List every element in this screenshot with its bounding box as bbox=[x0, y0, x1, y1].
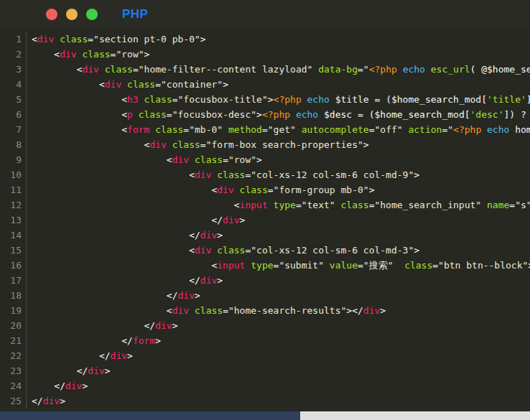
code-text: <div class="row"> bbox=[27, 152, 262, 167]
code-line[interactable]: 3 <div class="home-filter--content lazyl… bbox=[0, 62, 530, 77]
code-text: <div class="row"> bbox=[27, 47, 149, 62]
close-button[interactable] bbox=[46, 9, 57, 20]
code-line[interactable]: 8 <div class="form-box search-properties… bbox=[0, 137, 530, 152]
horizontal-scrollbar[interactable] bbox=[0, 411, 530, 420]
line-number: 10 bbox=[0, 167, 27, 182]
line-number: 13 bbox=[0, 213, 27, 228]
line-number: 11 bbox=[0, 182, 27, 197]
code-line[interactable]: 14 </div> bbox=[0, 228, 530, 243]
code-text: <div class="form-box search-properties"> bbox=[27, 137, 369, 152]
code-text: <h3 class="focusbox-title"><?php echo $t… bbox=[27, 92, 530, 107]
code-text: </form> bbox=[27, 333, 161, 348]
code-line[interactable]: 4 <div class="container"> bbox=[0, 77, 530, 92]
code-text: <div class="col-xs-12 col-sm-6 col-md-3"… bbox=[27, 243, 419, 258]
titlebar: PHP bbox=[0, 0, 530, 29]
line-number: 19 bbox=[0, 303, 27, 318]
code-line[interactable]: 5 <h3 class="focusbox-title"><?php echo … bbox=[0, 92, 530, 107]
line-number: 8 bbox=[0, 137, 27, 152]
code-line[interactable]: 17 </div> bbox=[0, 273, 530, 288]
line-number: 4 bbox=[0, 77, 27, 92]
code-line[interactable]: 7 <form class="mb-0" method="get" autoco… bbox=[0, 122, 530, 137]
code-line[interactable]: 23 </div> bbox=[0, 363, 530, 378]
line-number: 20 bbox=[0, 318, 27, 333]
code-line[interactable]: 22 </div> bbox=[0, 348, 530, 363]
code-line[interactable]: 16 <input type="submit" value="搜索" class… bbox=[0, 258, 530, 273]
code-line[interactable]: 1<div class="section pt-0 pb-0"> bbox=[0, 32, 530, 47]
line-number: 9 bbox=[0, 152, 27, 167]
code-text: <input type="submit" value="搜索" class="b… bbox=[27, 258, 530, 273]
line-number: 6 bbox=[0, 107, 27, 122]
zoom-button[interactable] bbox=[86, 9, 98, 20]
line-number: 22 bbox=[0, 348, 27, 363]
code-line[interactable]: 2 <div class="row"> bbox=[0, 47, 530, 62]
code-line[interactable]: 6 <p class="focusbox-desc"><?php echo $d… bbox=[0, 107, 530, 122]
code-line[interactable]: 13 </div> bbox=[0, 213, 530, 228]
code-text: <div class="section pt-0 pb-0"> bbox=[27, 32, 206, 47]
code-line[interactable]: 12 <input type="text" class="home_search… bbox=[0, 197, 530, 213]
line-number: 5 bbox=[0, 92, 27, 107]
line-number: 1 bbox=[0, 32, 27, 47]
code-line[interactable]: 25</div> bbox=[0, 393, 530, 409]
line-number: 12 bbox=[0, 197, 27, 213]
line-number: 2 bbox=[0, 47, 27, 62]
window-title: PHP bbox=[122, 7, 148, 22]
code-text: </div> bbox=[27, 363, 111, 378]
code-text: </div> bbox=[27, 273, 223, 288]
code-text: <input type="text" class="home_search_in… bbox=[27, 197, 530, 213]
code-text: </div> bbox=[27, 378, 88, 393]
code-text: </div> bbox=[27, 228, 223, 243]
code-text: <form class="mb-0" method="get" autocomp… bbox=[27, 122, 530, 137]
minimize-button[interactable] bbox=[66, 9, 78, 20]
line-number: 15 bbox=[0, 243, 27, 258]
code-text: <div class="home-filter--content lazyloa… bbox=[27, 62, 530, 77]
code-line[interactable]: 10 <div class="col-xs-12 col-sm-6 col-md… bbox=[0, 167, 530, 182]
line-number: 17 bbox=[0, 273, 27, 288]
code-text: <div class="col-xs-12 col-sm-6 col-md-9"… bbox=[27, 167, 419, 182]
code-line[interactable]: 19 <div class="home-search-results"></di… bbox=[0, 303, 530, 318]
code-text: </div> bbox=[27, 288, 200, 303]
line-number: 7 bbox=[0, 122, 27, 137]
line-number: 16 bbox=[0, 258, 27, 273]
line-number: 3 bbox=[0, 62, 27, 77]
code-text: <div class="form-group mb-0"> bbox=[27, 182, 374, 197]
scrollbar-thumb[interactable] bbox=[0, 411, 300, 420]
code-line[interactable]: 9 <div class="row"> bbox=[0, 152, 530, 167]
line-number: 25 bbox=[0, 393, 27, 409]
code-line[interactable]: 21 </form> bbox=[0, 333, 530, 348]
code-line[interactable]: 24 </div> bbox=[0, 378, 530, 393]
code-text: <div class="home-search-results"></div> bbox=[27, 303, 386, 318]
line-number: 23 bbox=[0, 363, 27, 378]
code-line[interactable]: 15 <div class="col-xs-12 col-sm-6 col-md… bbox=[0, 243, 530, 258]
code-text: <div class="container"> bbox=[27, 77, 228, 92]
code-text: </div> bbox=[27, 318, 178, 333]
code-text: </div> bbox=[27, 213, 245, 228]
code-line[interactable]: 18 </div> bbox=[0, 288, 530, 303]
code-line[interactable]: 20 </div> bbox=[0, 318, 530, 333]
line-number: 14 bbox=[0, 228, 27, 243]
code-editor[interactable]: 1<div class="section pt-0 pb-0">2 <div c… bbox=[0, 29, 530, 411]
code-text: </div> bbox=[27, 348, 133, 363]
code-line[interactable]: 11 <div class="form-group mb-0"> bbox=[0, 182, 530, 197]
line-number: 18 bbox=[0, 288, 27, 303]
code-text: <p class="focusbox-desc"><?php echo $des… bbox=[27, 107, 530, 122]
line-number: 21 bbox=[0, 333, 27, 348]
editor-window: PHP 1<div class="section pt-0 pb-0">2 <d… bbox=[0, 0, 530, 420]
code-text: </div> bbox=[27, 393, 65, 409]
line-number: 24 bbox=[0, 378, 27, 393]
